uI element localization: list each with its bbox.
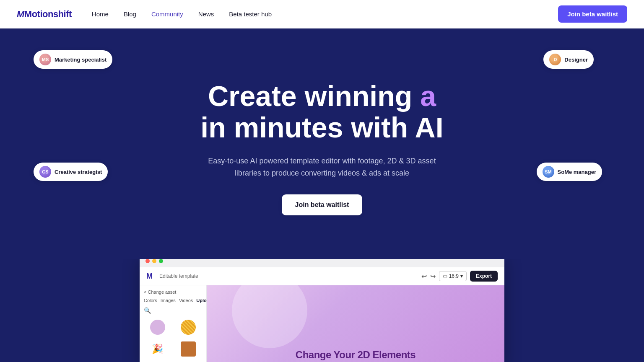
app-toolbar: M Editable template ↩ ↪ ▭ 16:9 ▾ Export	[140, 267, 504, 285]
redo-icon[interactable]: ↪	[430, 272, 436, 280]
navbar: MMotionshift Home Blog Community News Be…	[0, 0, 644, 28]
toolbar-actions: ↩ ↪ ▭ 16:9 ▾ Export	[421, 271, 498, 282]
badge-some: SM SoMe manager	[537, 163, 602, 181]
aspect-ratio-button[interactable]: ▭ 16:9 ▾	[439, 271, 467, 281]
hero-title-accent: a	[420, 80, 436, 112]
nav-blog[interactable]: Blog	[124, 10, 136, 18]
hero-subtitle: Easy-to-use AI powered template editor w…	[200, 155, 443, 179]
emoji-asset: 🎉	[152, 344, 163, 354]
dot-green	[159, 259, 163, 263]
canvas-preview-text: Change Your 2D Elements	[296, 349, 415, 362]
undo-icon[interactable]: ↩	[421, 272, 427, 280]
avatar-designer: D	[549, 54, 561, 65]
nav-community[interactable]: Community	[151, 10, 183, 18]
hero-content: Create winning a in minutes with AI Easy…	[200, 80, 443, 215]
panel-tabs: Colors Images Videos Upload	[144, 298, 202, 303]
nav-links: Home Blog Community News Beta tester hub	[92, 10, 558, 18]
hero-cta-button[interactable]: Join beta waitlist	[282, 194, 363, 215]
tab-videos[interactable]: Videos	[179, 298, 193, 303]
asset-item-striped[interactable]	[175, 318, 203, 336]
aspect-chevron-icon: ▾	[460, 273, 463, 279]
avatar-marketing: MS	[39, 54, 51, 65]
logo[interactable]: MMotionshift	[17, 9, 72, 20]
template-label: Editable template	[159, 273, 198, 279]
app-window: M Editable template ↩ ↪ ▭ 16:9 ▾ Export …	[140, 255, 504, 362]
dot-yellow	[152, 259, 156, 263]
rect-asset	[181, 341, 196, 357]
app-body: < Change asset Colors Images Videos Uplo…	[140, 285, 504, 362]
circle-asset	[150, 320, 165, 335]
nav-beta-hub[interactable]: Beta tester hub	[229, 10, 272, 18]
canvas-blob	[232, 285, 307, 348]
search-icon[interactable]: 🔍	[144, 307, 202, 314]
badge-marketing: MS Marketing specialist	[34, 50, 112, 69]
aspect-icon: ▭	[443, 273, 447, 279]
asset-item-rect[interactable]	[175, 340, 203, 358]
dot-red	[145, 259, 150, 263]
tab-images[interactable]: Images	[161, 298, 176, 303]
canvas-area: Change Your 2D Elements	[207, 285, 504, 362]
striped-asset	[181, 320, 196, 335]
badge-creative: CS Creative strategist	[34, 163, 108, 181]
hero-section: MS Marketing specialist CS Creative stra…	[0, 28, 644, 259]
app-logo: M	[146, 272, 153, 281]
asset-item-emoji[interactable]: 🎉	[144, 340, 171, 358]
avatar-some: SM	[543, 166, 554, 178]
nav-news[interactable]: News	[198, 10, 214, 18]
hero-title: Create winning a in minutes with AI	[200, 80, 443, 143]
sidebar-panel: < Change asset Colors Images Videos Uplo…	[140, 285, 207, 362]
asset-item-circle[interactable]	[144, 318, 171, 336]
avatar-creative: CS	[39, 166, 51, 178]
nav-home[interactable]: Home	[92, 10, 109, 18]
back-link[interactable]: < Change asset	[144, 290, 202, 295]
export-button[interactable]: Export	[470, 271, 498, 282]
assets-grid: 🎉	[144, 318, 202, 358]
aspect-ratio-label: 16:9	[449, 273, 459, 279]
preview-wrapper: M Editable template ↩ ↪ ▭ 16:9 ▾ Export …	[0, 259, 644, 362]
tab-colors[interactable]: Colors	[144, 298, 157, 303]
badge-designer: D Designer	[543, 50, 594, 69]
nav-cta-button[interactable]: Join beta waitlist	[558, 5, 627, 23]
